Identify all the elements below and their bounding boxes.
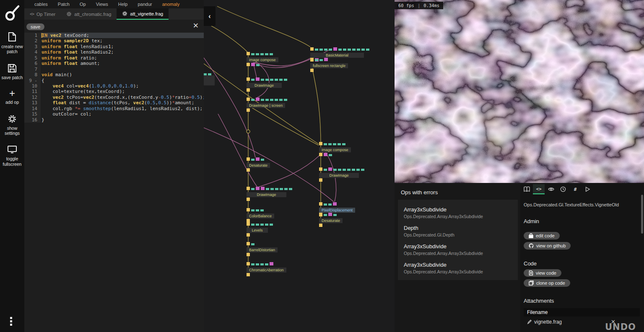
clock-icon[interactable] — [557, 184, 569, 194]
tab-op-timer[interactable]: <>Op Timer — [24, 8, 61, 20]
port-trigger[interactable] — [310, 47, 314, 51]
port-value[interactable] — [260, 53, 264, 55]
error-op-item[interactable]: Array3xSubdivideOps.Deprecated.Array.Arr… — [398, 239, 518, 257]
port-value[interactable] — [279, 99, 283, 101]
port-value[interactable] — [270, 99, 273, 101]
port-value[interactable] — [356, 169, 360, 171]
port-texture[interactable] — [324, 58, 328, 61]
port-value[interactable] — [251, 99, 254, 101]
port-value[interactable] — [260, 263, 264, 265]
port-trigger[interactable] — [247, 77, 250, 81]
port-texture[interactable] — [256, 77, 260, 81]
port-texture[interactable] — [256, 187, 260, 190]
port-value[interactable] — [251, 53, 254, 55]
tab-att-chromatic-frag[interactable]: att_chromatic.frag — [61, 8, 117, 20]
port-value[interactable] — [284, 188, 288, 190]
details-scrollbar[interactable] — [641, 195, 643, 234]
port-value[interactable] — [328, 143, 332, 145]
port-value[interactable] — [256, 53, 259, 55]
port-value[interactable] — [208, 73, 211, 75]
port-value[interactable] — [284, 79, 287, 81]
code-icon[interactable]: <> — [533, 184, 545, 194]
port-trigger[interactable] — [247, 242, 250, 245]
sidebar-item-create-new-patch[interactable]: create new patch — [1, 32, 23, 54]
port-trigger[interactable] — [247, 219, 250, 222]
port-value[interactable] — [333, 214, 337, 216]
port-value[interactable] — [343, 49, 346, 51]
port-value[interactable] — [251, 209, 254, 211]
port-value[interactable] — [270, 79, 273, 81]
view-on-github-button[interactable]: view on github — [524, 242, 571, 250]
cables-logo-icon[interactable] — [3, 3, 21, 23]
graph-node-fullscreen-rectangle[interactable]: fullscreen rectangle — [310, 58, 348, 72]
port-value[interactable] — [328, 203, 332, 206]
port-trigger[interactable] — [319, 213, 322, 216]
sidebar-item-toggle-fullscreen[interactable]: toggle fullscreen — [1, 145, 23, 167]
port-trigger[interactable] — [247, 52, 250, 55]
port-trigger[interactable] — [319, 178, 322, 182]
port-value[interactable] — [324, 169, 327, 171]
port-trigger[interactable] — [247, 198, 250, 201]
port-value[interactable] — [347, 169, 351, 171]
port-trigger[interactable] — [247, 273, 250, 276]
collapse-editor-button[interactable]: ‹ — [204, 6, 216, 26]
port-value[interactable] — [275, 79, 278, 81]
port-value[interactable] — [204, 73, 207, 75]
port-texture[interactable] — [256, 98, 260, 101]
port-texture[interactable] — [333, 47, 337, 51]
port-trigger[interactable] — [247, 98, 250, 101]
port-value[interactable] — [270, 224, 273, 226]
port-value[interactable] — [279, 79, 283, 81]
view-code-button[interactable]: view code — [524, 269, 561, 277]
port-texture[interactable] — [270, 262, 273, 265]
menu-item-pandur[interactable]: pandur — [138, 2, 152, 7]
port-trigger[interactable] — [319, 142, 322, 145]
graph-node-drawimage[interactable]: DrawImage — [319, 167, 364, 182]
menu-item-patch[interactable]: Patch — [58, 2, 70, 7]
port-trigger[interactable] — [319, 224, 322, 227]
graph-node-desaturate[interactable]: Desaturate — [319, 213, 343, 227]
port-value[interactable] — [338, 49, 342, 51]
tab-att-vignette-frag[interactable]: att_vignette.frag — [117, 8, 169, 20]
graph-node-levels[interactable]: Levels — [247, 222, 273, 237]
close-icon[interactable]: ✕ — [193, 21, 199, 30]
port-value[interactable] — [284, 99, 287, 101]
error-op-item[interactable]: DepthOps.Deprecated.Gl.Depth — [398, 221, 518, 239]
sidebar-item-add-op[interactable]: + add op — [1, 89, 23, 105]
port-trigger[interactable] — [247, 208, 250, 211]
wire-trigger[interactable] — [217, 6, 310, 47]
port-value[interactable] — [270, 188, 274, 190]
port-value[interactable] — [265, 99, 269, 101]
port-value[interactable] — [256, 209, 259, 211]
port-value[interactable] — [280, 188, 283, 190]
port-value[interactable] — [319, 49, 323, 51]
port-value[interactable] — [342, 143, 345, 145]
play-icon[interactable] — [582, 184, 593, 194]
port-trigger[interactable] — [247, 233, 250, 237]
graph-node-chromaticaberration[interactable]: ChromaticAberration — [247, 262, 286, 276]
menu-item-cables[interactable]: cables — [34, 2, 48, 7]
overflow-menu-icon[interactable] — [10, 316, 12, 327]
port-value[interactable] — [251, 243, 254, 245]
port-value[interactable] — [333, 169, 337, 171]
graph-node-partial[interactable] — [204, 72, 215, 85]
book-icon[interactable] — [521, 184, 532, 194]
port-value[interactable] — [324, 203, 327, 206]
port-value[interactable] — [329, 154, 332, 156]
error-op-item[interactable]: Array3xSubdivideOps.Deprecated.Array.Arr… — [398, 202, 518, 221]
port-trigger[interactable] — [319, 153, 322, 156]
port-texture[interactable] — [251, 63, 255, 66]
port-value[interactable] — [333, 143, 336, 145]
port-value[interactable] — [251, 263, 254, 265]
port-value[interactable] — [270, 53, 273, 55]
graph-node-drawimage[interactable]: DrawImage — [247, 187, 292, 201]
port-trigger[interactable] — [247, 253, 250, 256]
graph-node-barreldistortian[interactable]: BarrelDistortian — [247, 242, 278, 256]
port-value[interactable] — [260, 224, 264, 226]
port-value[interactable] — [261, 159, 264, 161]
graph-node-drawimage-screen[interactable]: DrawImage | screen — [247, 98, 287, 112]
port-value[interactable] — [265, 224, 268, 226]
port-value[interactable] — [251, 159, 254, 161]
port-texture[interactable] — [256, 157, 260, 161]
port-value[interactable] — [361, 49, 365, 51]
